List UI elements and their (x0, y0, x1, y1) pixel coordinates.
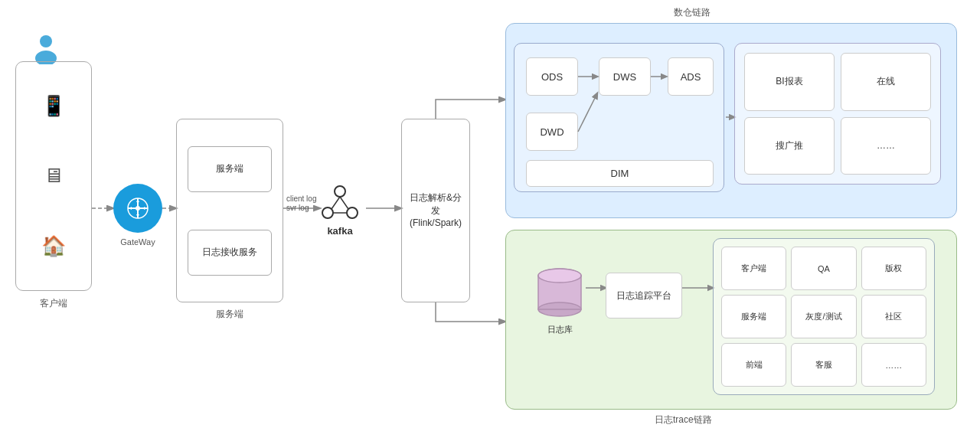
svg-line-14 (332, 197, 340, 209)
log-db-label: 日志库 (535, 324, 584, 335)
trace-client-box: 客户端 (721, 247, 786, 290)
dwd-box: DWD (526, 113, 578, 151)
bi-box: BI报表 (744, 53, 835, 111)
output-section: BI报表 在线 搜广推 …… (734, 43, 941, 185)
diagram: 📱 🖥 🏠 客户端 GateWay 服务端 日志接收服务 服务端 clie (0, 0, 980, 428)
phone-icon: 📱 (41, 94, 66, 118)
trace-gray-box: 灰度/测试 (791, 295, 856, 338)
ads-box: ADS (668, 57, 714, 96)
log-db-icon: 日志库 (535, 265, 584, 335)
trace-more-box: …… (861, 343, 926, 387)
gateway-label: GateWay (113, 237, 162, 247)
computer-icon: 🖥 (44, 164, 64, 188)
trace-service-box: 客服 (791, 343, 856, 387)
kafka-icon (320, 184, 360, 224)
svg-point-25 (538, 269, 581, 283)
trace-platform-box: 日志追踪平台 (606, 273, 682, 319)
trace-qa-box: QA (791, 247, 856, 290)
kafka-area: kafka (320, 184, 360, 237)
more-box: …… (841, 117, 931, 175)
svg-line-19 (578, 93, 597, 132)
trace-copyright-box: 版权 (861, 247, 926, 290)
dw-title: 数仓链路 (674, 6, 710, 19)
trace-frontend-box: 前端 (721, 343, 786, 387)
kafka-label: kafka (327, 225, 352, 237)
client-box: 📱 🖥 🏠 (15, 61, 92, 291)
dw-section: ODS DWS ADS DWD DIM (505, 23, 957, 218)
dim-box: DIM (526, 160, 714, 187)
svg-point-0 (40, 35, 52, 47)
server-inner-box-1: 服务端 (188, 146, 272, 192)
server-inner-box-2: 日志接收服务 (188, 230, 272, 276)
svg-point-12 (322, 207, 333, 218)
client-log-label: client log (286, 194, 316, 203)
trace-title: 日志trace链路 (655, 413, 712, 426)
trace-output-section: 客户端 QA 版权 服务端 灰度/测试 社区 前端 客服 …… (713, 238, 935, 395)
trace-community-box: 社区 (861, 295, 926, 338)
svg-point-11 (335, 186, 345, 197)
online-box: 在线 (841, 53, 931, 111)
svr-log-label: svr log (286, 204, 309, 212)
server-box: 服务端 日志接收服务 (176, 119, 283, 302)
svg-point-13 (347, 207, 358, 218)
client-label: 客户端 (15, 297, 92, 310)
svg-line-15 (340, 197, 348, 209)
gateway-icon (113, 184, 162, 233)
log-analysis-box: 日志解析&分发 (Flink/Spark) (401, 119, 470, 302)
svg-point-6 (136, 206, 140, 211)
trace-section: 日志库 日志追踪平台 客户端 QA (505, 230, 957, 410)
iot-icon: 🏠 (41, 234, 66, 258)
trace-server-box: 服务端 (721, 295, 786, 338)
search-box: 搜广推 (744, 117, 835, 175)
ods-box: ODS (526, 57, 578, 96)
server-label: 服务端 (176, 308, 283, 321)
dws-box: DWS (599, 57, 651, 96)
log-analysis-label: 日志解析&分发 (Flink/Spark) (408, 191, 463, 230)
